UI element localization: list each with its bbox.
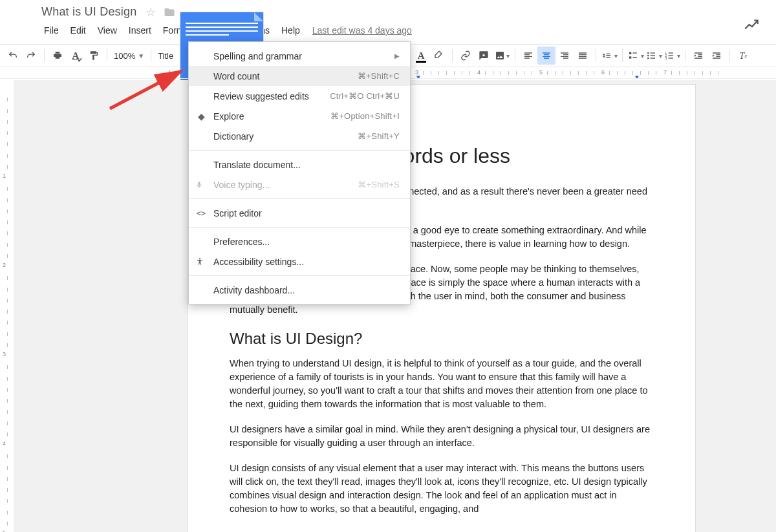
numbered-list-button[interactable]: 123▾ — [663, 47, 681, 65]
accessibility-icon — [195, 257, 207, 266]
text-color-button[interactable]: A — [412, 47, 430, 65]
tools-preferences[interactable]: Preferences... — [189, 231, 410, 251]
doc-paragraph[interactable]: UI design consists of any visual element… — [230, 462, 654, 516]
ruler-tick: 6 — [601, 69, 605, 76]
menu-help[interactable]: Help — [275, 23, 306, 38]
last-edit-link[interactable]: Last edit was 4 days ago — [312, 25, 412, 36]
ruler-tick: 3 — [415, 69, 418, 76]
submenu-arrow-icon: ▶ — [394, 52, 400, 59]
svg-rect-16 — [668, 58, 673, 58]
increase-indent-button[interactable] — [707, 47, 726, 65]
star-icon[interactable]: ☆ — [146, 6, 156, 18]
tools-dictionary[interactable]: Dictionary ⌘+Shift+Y — [189, 126, 410, 146]
svg-rect-10 — [650, 58, 654, 58]
ruler-tick: 4 — [477, 69, 480, 76]
svg-rect-2 — [629, 56, 631, 58]
tools-review-suggested[interactable]: Review suggested edits Ctrl+⌘O Ctrl+⌘U — [189, 86, 410, 106]
doc-heading-2[interactable]: What is UI Design? — [230, 330, 654, 348]
tools-script-editor[interactable]: <> Script editor — [189, 203, 410, 223]
align-justify-button[interactable] — [574, 47, 592, 65]
vruler-tick: 4 — [3, 440, 6, 447]
menu-insert[interactable]: Insert — [123, 23, 157, 38]
redo-button[interactable] — [22, 47, 40, 65]
decrease-indent-button[interactable] — [689, 47, 707, 65]
tools-spelling[interactable]: Spelling and grammar ▶ — [189, 46, 410, 66]
ruler-tick: 7 — [663, 69, 667, 76]
svg-rect-3 — [632, 52, 637, 53]
insert-link-button[interactable] — [457, 47, 475, 65]
spellcheck-button[interactable]: A✔ — [67, 47, 85, 65]
shortcut-label: ⌘+Shift+S — [358, 180, 400, 189]
align-right-button[interactable] — [555, 47, 574, 65]
checklist-button[interactable]: ▾ — [627, 47, 645, 65]
doc-paragraph[interactable]: When trying to understand UI design, it … — [230, 357, 654, 411]
bulleted-list-button[interactable]: ▾ — [645, 47, 663, 65]
docs-icon[interactable] — [6, 8, 32, 40]
tools-voice-typing: Voice typing... ⌘+Shift+S — [189, 175, 410, 195]
explore-icon: ◆ — [195, 111, 207, 122]
svg-rect-1 — [629, 52, 631, 54]
clear-formatting-button[interactable]: Tx — [734, 47, 752, 65]
vertical-ruler: 12345 — [0, 80, 14, 532]
svg-point-7 — [647, 58, 649, 59]
ruler-tick: 5 — [539, 69, 543, 76]
tools-activity-dashboard[interactable]: Activity dashboard... — [189, 280, 410, 300]
menu-file[interactable]: File — [38, 23, 65, 38]
shortcut-label: Ctrl+⌘O Ctrl+⌘U — [330, 91, 400, 101]
svg-rect-15 — [668, 55, 673, 56]
print-button[interactable] — [48, 47, 67, 65]
svg-point-5 — [647, 52, 649, 54]
menu-edit[interactable]: Edit — [65, 23, 92, 38]
tools-word-count[interactable]: Word count ⌘+Shift+C — [189, 66, 410, 86]
line-spacing-button[interactable]: ▾ — [600, 47, 618, 65]
highlight-color-button[interactable] — [430, 47, 448, 65]
insert-comment-button[interactable] — [475, 47, 493, 65]
move-to-folder-icon[interactable] — [164, 6, 175, 18]
menubar: File Edit View Insert Format Tools Add-o… — [38, 23, 770, 38]
svg-point-6 — [647, 55, 649, 57]
undo-button[interactable] — [4, 47, 22, 65]
document-title[interactable]: What is UI Design — [41, 5, 136, 19]
tools-explore[interactable]: ◆ Explore ⌘+Option+Shift+I — [189, 106, 410, 126]
vruler-tick: 1 — [3, 173, 6, 179]
align-left-button[interactable] — [519, 47, 537, 65]
activity-trend-icon[interactable] — [744, 18, 760, 31]
tools-accessibility[interactable]: Accessibility settings... — [189, 251, 410, 271]
vruler-tick: 5 — [3, 529, 6, 532]
shortcut-label: ⌘+Shift+Y — [358, 131, 400, 141]
script-icon: <> — [195, 209, 207, 218]
svg-point-17 — [199, 258, 200, 259]
svg-rect-8 — [650, 52, 654, 53]
tools-translate[interactable]: Translate document... — [189, 154, 410, 175]
vruler-tick: 2 — [3, 262, 6, 268]
insert-image-button[interactable]: ▾ — [493, 47, 511, 65]
menu-view[interactable]: View — [92, 23, 123, 38]
tools-dropdown: Spelling and grammar ▶ Word count ⌘+Shif… — [188, 41, 411, 304]
right-indent-marker[interactable]: ▼ — [634, 74, 640, 79]
svg-rect-4 — [632, 57, 637, 58]
paint-format-button[interactable] — [85, 47, 103, 65]
align-center-button[interactable] — [537, 47, 555, 65]
vruler-tick: 3 — [3, 351, 6, 357]
svg-rect-14 — [668, 52, 673, 53]
mic-icon — [195, 180, 207, 189]
doc-paragraph[interactable]: UI designers have a similar goal in mind… — [230, 423, 654, 450]
shortcut-label: ⌘+Shift+C — [358, 71, 400, 81]
shortcut-label: ⌘+Option+Shift+I — [330, 111, 400, 121]
svg-rect-9 — [650, 55, 654, 56]
zoom-select[interactable]: 100%▼ — [111, 51, 147, 61]
svg-text:3: 3 — [665, 56, 667, 60]
